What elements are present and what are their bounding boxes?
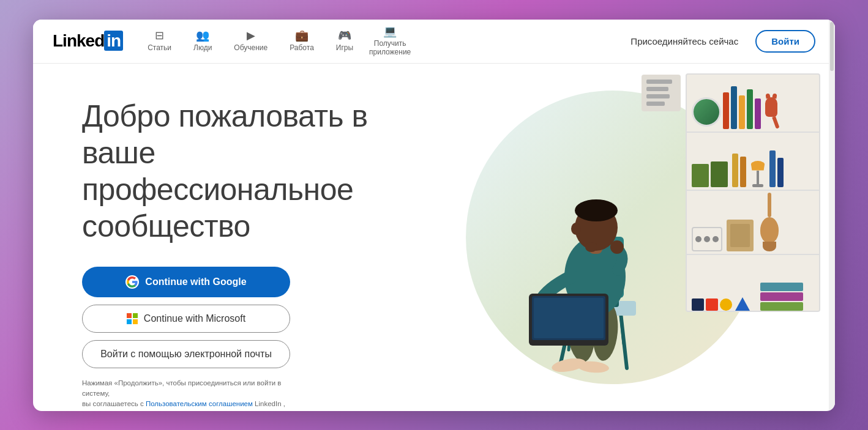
join-button[interactable]: Присоединяйтесь сейчас — [623, 31, 746, 51]
stripe-2 — [646, 87, 668, 91]
shape-triangle — [735, 297, 750, 311]
nav-item-articles[interactable]: ⊟ Статьи — [138, 25, 181, 57]
app-icon: 💻 — [383, 26, 397, 37]
articles-icon: ⊟ — [155, 30, 164, 41]
svg-line-3 — [621, 313, 624, 344]
games-icon: 🎮 — [338, 30, 351, 41]
book-blue-tall — [731, 86, 737, 129]
learning-icon: ▶ — [247, 30, 255, 41]
terms-user-agreement-link[interactable]: Пользовательским соглашением — [146, 400, 253, 407]
svg-rect-20 — [534, 298, 604, 338]
flat-books — [760, 283, 803, 311]
book-blue2 — [769, 150, 776, 187]
left-panel: Добро пожаловать в ваше профессиональное… — [33, 64, 449, 411]
globe-decoration — [692, 97, 721, 127]
stripe-3 — [646, 94, 670, 98]
folder-green2 — [711, 161, 728, 187]
shelf-row-4 — [687, 255, 819, 312]
book-purple — [755, 98, 761, 129]
nav-item-app[interactable]: 💻 Получить приложение — [365, 21, 414, 61]
terms-text: Нажимая «Продолжить», чтобы присоединить… — [82, 378, 290, 411]
book-gold — [732, 154, 738, 187]
folder-green — [692, 164, 709, 187]
book-red-tall — [723, 92, 729, 129]
nav-item-games[interactable]: 🎮 Игры — [326, 25, 363, 57]
device-box — [692, 227, 722, 251]
stripe-1 — [646, 80, 672, 84]
cat-decoration — [765, 97, 777, 129]
logo[interactable]: Linkedin — [53, 31, 123, 51]
book-navy — [777, 158, 784, 187]
book-green — [747, 89, 753, 129]
lamp-decoration — [750, 161, 765, 187]
illustration — [449, 64, 835, 411]
browser-window: Linkedin ⊟ Статьи 👥 Люди ▶ Обучение 💼 Ра… — [33, 20, 835, 411]
nav-item-people[interactable]: 👥 Люди — [184, 25, 222, 57]
stripe-4 — [646, 102, 665, 106]
page-headline: Добро пожаловать в ваше профессиональное… — [82, 98, 415, 245]
shelf-row-2 — [687, 133, 819, 191]
google-icon — [125, 275, 139, 289]
shape-navy — [692, 298, 704, 311]
logo-text: Linkedin — [53, 31, 123, 51]
microsoft-icon — [127, 313, 138, 324]
google-signin-button[interactable]: Continue with Google — [82, 267, 290, 297]
nav-actions: Присоединяйтесь сейчас Войти — [623, 30, 815, 53]
box-decoration — [727, 220, 754, 251]
nav-item-learning[interactable]: ▶ Обучение — [224, 25, 277, 57]
nav-item-jobs[interactable]: 💼 Работа — [280, 25, 324, 57]
navbar: Linkedin ⊟ Статьи 👥 Люди ▶ Обучение 💼 Ра… — [33, 20, 835, 64]
shelf-row-3 — [687, 191, 819, 255]
main-content: Добро пожаловать в ваше профессиональное… — [33, 64, 835, 411]
people-icon: 👥 — [196, 30, 209, 41]
shelf-row-1 — [687, 75, 819, 133]
google-g-svg — [127, 276, 138, 287]
shape-red — [706, 298, 718, 311]
svg-point-17 — [610, 240, 624, 254]
svg-point-21 — [585, 242, 597, 252]
nav-items: ⊟ Статьи 👥 Люди ▶ Обучение 💼 Работа 🎮 Иг… — [138, 21, 623, 61]
svg-point-14 — [575, 199, 618, 221]
right-panel — [449, 64, 835, 411]
email-signin-button[interactable]: Войти с помощью электронной почты — [82, 340, 290, 368]
bookshelf — [686, 73, 820, 312]
shape-yellow — [720, 298, 732, 311]
svg-point-15 — [571, 223, 581, 235]
person-illustration — [498, 142, 682, 374]
book-amber — [740, 157, 746, 187]
jobs-icon: 💼 — [295, 30, 309, 41]
signin-button[interactable]: Войти — [755, 30, 815, 53]
microsoft-signin-button[interactable]: Continue with Microsoft — [82, 305, 290, 333]
top-right-card — [642, 75, 681, 111]
book-yellow — [739, 95, 745, 129]
guitar-decoration — [760, 193, 779, 251]
